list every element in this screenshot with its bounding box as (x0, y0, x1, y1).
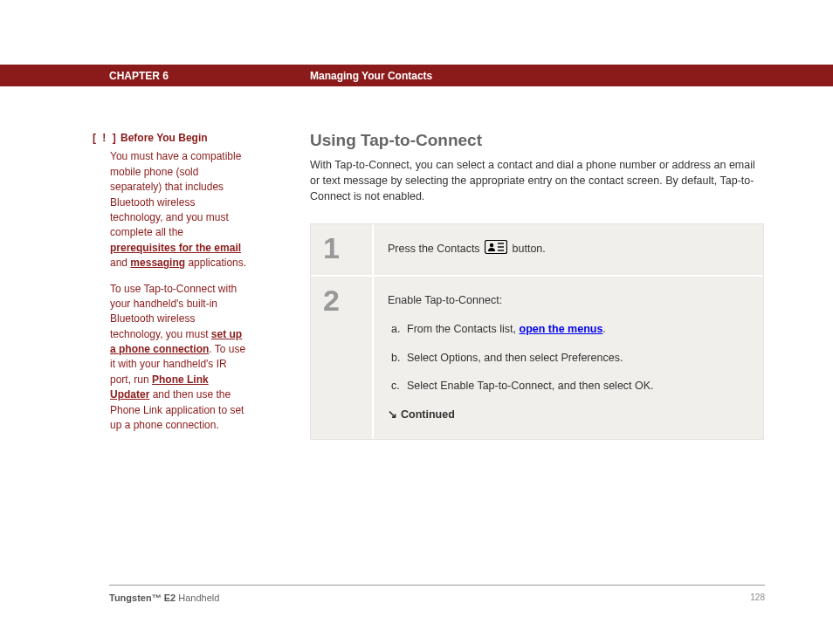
footer: Tungsten™ E2 Handheld 128 (109, 585, 765, 603)
section-title: Using Tap-to-Connect (310, 131, 764, 150)
continued-arrow-icon: ↘ (388, 407, 397, 423)
step-row-2: 2 Enable Tap-to-Connect: a.From the Cont… (311, 277, 763, 439)
step-number: 2 (311, 277, 374, 439)
intro-paragraph: With Tap-to-Connect, you can select a co… (310, 157, 764, 204)
substep-b: b.Select Options, and then select Prefer… (391, 350, 744, 367)
step-2-body: Enable Tap-to-Connect: a.From the Contac… (374, 277, 763, 439)
header-bar: CHAPTER 6 Managing Your Contacts (0, 65, 833, 86)
step-2-lead: Enable Tap-to-Connect: (388, 292, 744, 309)
main-content: Using Tap-to-Connect With Tap-to-Connect… (310, 131, 764, 440)
chapter-label: CHAPTER 6 (109, 70, 169, 82)
open-the-menus-link[interactable]: open the menus (520, 323, 603, 335)
sidebar-para-1: You must have a compatible mobile phone … (110, 149, 250, 271)
sidebar: [ ! ] Before You Begin You must have a c… (93, 131, 250, 443)
step-1-body: Press the Contacts button. (374, 224, 763, 275)
sidebar-para-2: To use Tap-to-Connect with your handheld… (110, 282, 250, 434)
before-you-begin-heading: [ ! ] Before You Begin (93, 131, 250, 146)
prerequisites-email-link[interactable]: prerequisites for the email (110, 242, 241, 254)
contacts-icon (485, 240, 507, 259)
substep-a: a.From the Contacts list, open the menus… (391, 321, 744, 338)
step-row-1: 1 Press the Contacts button. (311, 224, 763, 277)
continued-label: ↘Continued (388, 407, 744, 423)
step-number: 1 (311, 224, 374, 275)
heading-text: Before You Begin (120, 132, 208, 144)
svg-point-1 (490, 243, 493, 247)
messaging-link[interactable]: messaging (130, 257, 185, 269)
chapter-title: Managing Your Contacts (310, 70, 432, 82)
alert-icon: [ ! ] (93, 132, 118, 144)
product-label: Tungsten™ E2 Handheld (109, 593, 219, 603)
page-number: 128 (750, 593, 765, 603)
substeps: a.From the Contacts list, open the menus… (391, 321, 744, 394)
substep-c: c.Select Enable Tap-to-Connect, and then… (391, 378, 744, 394)
steps-table: 1 Press the Contacts button. 2 Enable Ta… (310, 223, 764, 440)
